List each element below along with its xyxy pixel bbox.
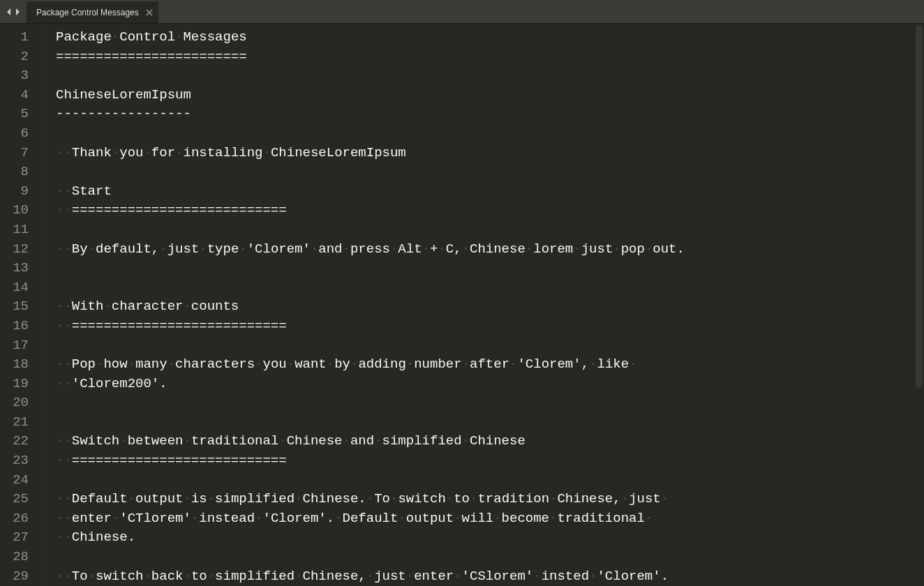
nav-forward-icon[interactable] — [14, 8, 21, 15]
whitespace-indicator: · — [175, 144, 183, 163]
editor: 1234567891011121314151617181920212223242… — [0, 24, 924, 586]
whitespace-indicator: ·· — [56, 240, 72, 260]
code-text: output — [135, 490, 183, 509]
whitespace-indicator: · — [438, 240, 445, 260]
whitespace-indicator: · — [589, 355, 597, 375]
whitespace-indicator: · — [334, 509, 342, 529]
whitespace-indicator: · — [112, 509, 119, 529]
scrollbar-thumb[interactable] — [916, 25, 923, 388]
code-text: will — [462, 509, 494, 529]
code-text: output — [406, 509, 454, 529]
code-text: ChineseLoremIpsum — [271, 144, 406, 163]
line-number: 27 — [0, 528, 45, 548]
code-line: ··enter·'CTlorem'·instead·'Clorem'.·Defa… — [56, 509, 917, 529]
code-text: 'Clorem'. — [597, 567, 669, 586]
whitespace-indicator: · — [454, 509, 461, 529]
code-text: Control — [119, 28, 175, 47]
whitespace-indicator: · — [207, 567, 215, 586]
code-text: Chinese, — [303, 567, 366, 586]
code-text: 'Clorem'. — [263, 509, 335, 529]
nav-back-icon[interactable] — [6, 8, 13, 15]
code-text: 'Clorem200'. — [72, 375, 167, 394]
whitespace-indicator: · — [470, 490, 477, 509]
code-text: Chinese. — [303, 490, 366, 509]
code-line: ··Default·output·is·simplified·Chinese.·… — [56, 490, 917, 509]
whitespace-indicator: · — [199, 240, 207, 260]
whitespace-indicator: · — [366, 490, 374, 509]
whitespace-indicator: · — [112, 28, 119, 47]
code-text: =========================== — [72, 317, 287, 336]
whitespace-indicator: · — [255, 509, 262, 529]
code-text: Default — [343, 509, 398, 529]
code-text: simplified — [382, 432, 462, 451]
code-text: you — [119, 144, 143, 163]
code-text: Package — [56, 28, 112, 47]
code-line: ======================== — [56, 47, 917, 67]
whitespace-indicator: · — [549, 490, 557, 509]
whitespace-indicator: · — [366, 567, 374, 586]
code-line — [56, 220, 917, 240]
nav-arrows — [0, 0, 27, 23]
whitespace-indicator: · — [88, 567, 96, 586]
whitespace-indicator: · — [398, 509, 405, 529]
code-text: simplified — [215, 567, 295, 586]
code-text: tradition — [477, 490, 549, 509]
code-text: and — [350, 432, 374, 451]
whitespace-indicator: · — [422, 240, 430, 260]
code-text: Default — [72, 490, 128, 509]
code-text: counts — [191, 297, 239, 317]
code-text: Start — [72, 182, 112, 202]
code-text: To — [374, 490, 390, 509]
line-number: 28 — [0, 548, 45, 567]
whitespace-indicator: · — [159, 240, 167, 260]
code-text: Alt — [398, 240, 422, 260]
code-text: enter — [72, 509, 112, 529]
code-text: to — [191, 567, 207, 586]
whitespace-indicator: · — [287, 355, 295, 375]
code-text: To — [72, 567, 88, 586]
code-line — [56, 278, 917, 298]
code-text: ChineseLoremIpsum — [56, 86, 191, 105]
code-text: after — [470, 355, 509, 375]
line-number: 1 — [0, 28, 45, 47]
code-text: 'CTlorem' — [119, 509, 191, 529]
code-line — [56, 471, 917, 490]
whitespace-indicator: · — [493, 509, 501, 529]
tab-active[interactable]: Package Control Messages — [27, 1, 158, 23]
code-text: ----------------- — [56, 105, 191, 124]
whitespace-indicator: · — [96, 355, 103, 375]
whitespace-indicator: · — [183, 432, 191, 451]
line-number: 12 — [0, 240, 45, 260]
whitespace-indicator: · — [88, 240, 96, 260]
whitespace-indicator: · — [509, 355, 517, 375]
code-line: ----------------- — [56, 105, 917, 124]
line-number: 14 — [0, 278, 45, 298]
code-text: just — [374, 567, 406, 586]
whitespace-indicator: · — [613, 240, 620, 260]
whitespace-indicator: · — [589, 567, 597, 586]
code-line — [56, 259, 917, 278]
code-text: =========================== — [72, 201, 287, 220]
close-icon[interactable] — [146, 9, 153, 16]
whitespace-indicator: · — [103, 297, 111, 317]
line-number: 22 — [0, 432, 45, 451]
whitespace-indicator: · — [526, 240, 533, 260]
line-number: 26 — [0, 509, 45, 529]
code-line — [56, 66, 917, 86]
code-text: back — [151, 567, 184, 586]
vertical-scrollbar[interactable] — [914, 24, 924, 586]
code-line — [56, 336, 917, 356]
code-line — [56, 393, 917, 413]
code-area[interactable]: Package·Control·Messages================… — [45, 24, 924, 586]
whitespace-indicator: · — [573, 240, 581, 260]
code-text: for — [151, 144, 175, 163]
code-text: default, — [96, 240, 159, 260]
code-line: ··=========================== — [56, 201, 917, 220]
whitespace-indicator: · — [406, 355, 414, 375]
whitespace-indicator: · — [119, 432, 127, 451]
whitespace-indicator: · — [167, 355, 175, 375]
code-line: ··With·character·counts — [56, 297, 917, 317]
code-text: installing — [183, 144, 262, 163]
code-text: Chinese. — [72, 528, 135, 548]
code-text: like — [597, 355, 629, 375]
